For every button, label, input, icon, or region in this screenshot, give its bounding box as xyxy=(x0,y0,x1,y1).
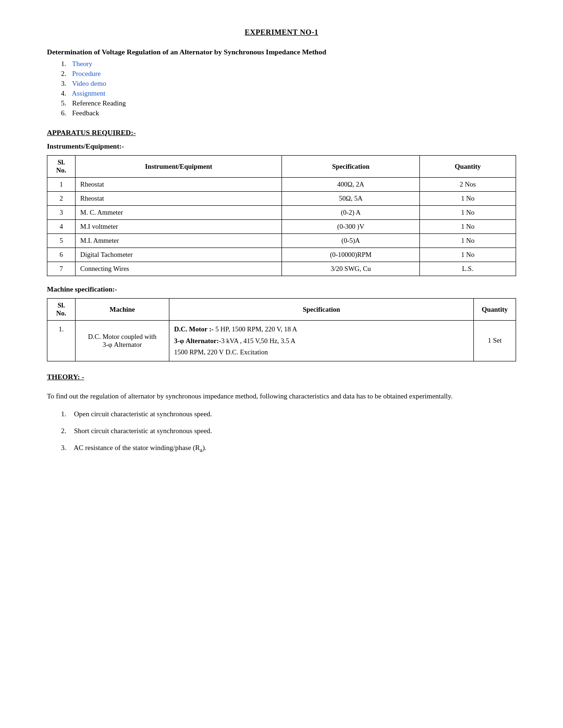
instruments-subheading: Instruments/Equipment:- xyxy=(47,143,516,150)
table-row: 2 Rheostat 50Ω, 5A 1 No xyxy=(47,192,516,206)
table-row: 7 Connecting Wires 3/20 SWG, Cu L.S. xyxy=(47,262,516,276)
table-row: 3 M. C. Ammeter (0-2) A 1 No xyxy=(47,206,516,220)
nav-item-1[interactable]: 1. Theory xyxy=(61,60,516,68)
machine-col-qty: Quantity xyxy=(474,299,516,321)
col-qty: Quantity xyxy=(419,156,516,178)
nav-link-assignment[interactable]: Assignment xyxy=(72,90,106,97)
col-instrument: Instrument/Equipment xyxy=(76,156,282,178)
nav-item-4[interactable]: 4. Assignment xyxy=(61,90,516,98)
nav-link-theory[interactable]: Theory xyxy=(72,60,92,68)
theory-points-list: 1. Open circuit characteristic at synchr… xyxy=(61,408,516,455)
nav-item-6: 6. Feedback xyxy=(61,109,516,117)
machine-table-row: 1. D.C. Motor coupled with3-φ Alternator… xyxy=(47,321,516,361)
table-row: 5 M.I. Ammeter (0-5)A 1 No xyxy=(47,234,516,248)
theory-section: To find out the regulation of alternator… xyxy=(47,390,516,455)
col-sl: Sl.No. xyxy=(47,156,76,178)
nav-item-2[interactable]: 2. Procedure xyxy=(61,70,516,78)
theory-point-2: 2. Short circuit characteristic at synch… xyxy=(61,425,516,436)
theory-point-1: 1. Open circuit characteristic at synchr… xyxy=(61,408,516,420)
nav-item-3[interactable]: 3. Video demo xyxy=(61,80,516,88)
table-row: 1 Rheostat 400Ω, 2A 2 Nos xyxy=(47,178,516,192)
table-row: 4 M.I voltmeter (0-300 )V 1 No xyxy=(47,220,516,234)
nav-link-video[interactable]: Video demo xyxy=(72,80,106,87)
page-title: Experiment No-1 xyxy=(47,28,516,37)
theory-heading: THEORY: - xyxy=(47,373,516,381)
col-spec: Specification xyxy=(282,156,420,178)
table-row: 6 Digital Tachometer (0-10000)RPM 1 No xyxy=(47,248,516,262)
instruments-table: Sl.No. Instrument/Equipment Specificatio… xyxy=(47,155,516,276)
machine-table: Sl.No. Machine Specification Quantity 1.… xyxy=(47,298,516,361)
machine-col-sl: Sl.No. xyxy=(47,299,76,321)
theory-point-3: 3. AC resistance of the stator winding/p… xyxy=(61,442,516,455)
nav-link-procedure[interactable]: Procedure xyxy=(72,70,101,77)
nav-item-5: 5. Reference Reading xyxy=(61,99,516,107)
machine-col-machine: Machine xyxy=(76,299,169,321)
main-heading: Determination of Voltage Regulation of a… xyxy=(47,48,516,56)
apparatus-heading: APPARATUS REQUIRED:- xyxy=(47,128,516,137)
theory-intro: To find out the regulation of alternator… xyxy=(47,390,516,402)
machine-col-spec: Specification xyxy=(169,299,474,321)
machine-subheading: Machine specification:- xyxy=(47,285,516,293)
nav-list: 1. Theory 2. Procedure 3. Video demo 4. … xyxy=(61,60,516,117)
